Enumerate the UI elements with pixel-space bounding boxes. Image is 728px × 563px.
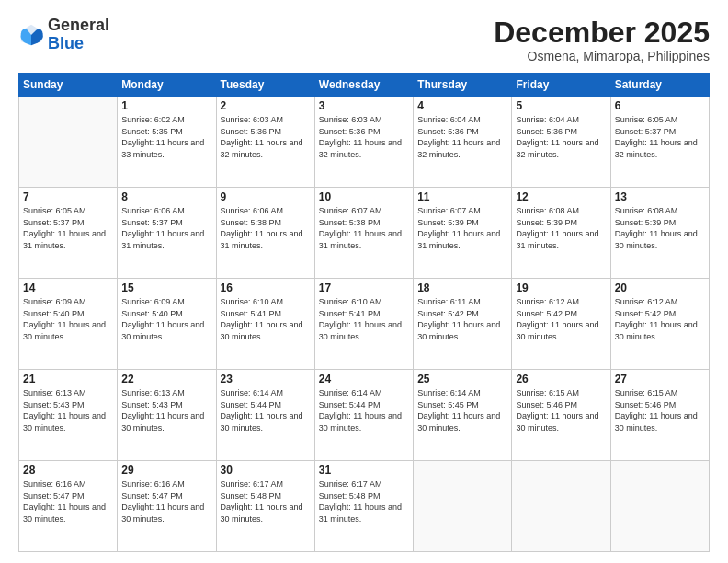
day-info: Sunrise: 6:08 AMSunset: 5:39 PMDaylight:… — [615, 205, 705, 251]
calendar-cell: 17Sunrise: 6:10 AMSunset: 5:41 PMDayligh… — [314, 279, 413, 370]
day-info: Sunrise: 6:15 AMSunset: 5:46 PMDaylight:… — [516, 387, 606, 433]
day-info: Sunrise: 6:13 AMSunset: 5:43 PMDaylight:… — [121, 387, 211, 433]
day-info: Sunrise: 6:15 AMSunset: 5:46 PMDaylight:… — [615, 387, 705, 433]
calendar-cell: 14Sunrise: 6:09 AMSunset: 5:40 PMDayligh… — [19, 279, 118, 370]
day-number: 12 — [516, 190, 606, 203]
calendar-week-row: 1Sunrise: 6:02 AMSunset: 5:35 PMDaylight… — [19, 97, 710, 188]
day-number: 9 — [221, 190, 311, 203]
day-info: Sunrise: 6:16 AMSunset: 5:47 PMDaylight:… — [23, 478, 113, 524]
calendar-cell: 12Sunrise: 6:08 AMSunset: 5:39 PMDayligh… — [512, 188, 610, 279]
day-number: 29 — [121, 464, 211, 477]
day-number: 13 — [615, 190, 705, 203]
day-header-saturday: Saturday — [610, 74, 709, 97]
calendar-cell: 29Sunrise: 6:16 AMSunset: 5:47 PMDayligh… — [118, 461, 216, 552]
calendar-cell: 15Sunrise: 6:09 AMSunset: 5:40 PMDayligh… — [118, 279, 216, 370]
day-info: Sunrise: 6:16 AMSunset: 5:47 PMDaylight:… — [121, 478, 211, 524]
day-number: 22 — [121, 373, 211, 385]
day-number: 31 — [319, 464, 409, 477]
day-header-sunday: Sunday — [19, 74, 118, 97]
day-header-friday: Friday — [512, 74, 610, 97]
calendar-cell: 18Sunrise: 6:11 AMSunset: 5:42 PMDayligh… — [414, 279, 512, 370]
calendar-week-row: 28Sunrise: 6:16 AMSunset: 5:47 PMDayligh… — [19, 461, 710, 552]
calendar-week-row: 14Sunrise: 6:09 AMSunset: 5:40 PMDayligh… — [19, 279, 710, 370]
day-number: 10 — [319, 190, 409, 203]
day-header-thursday: Thursday — [414, 74, 512, 97]
logo: General Blue — [18, 17, 109, 53]
day-number: 26 — [516, 373, 606, 385]
day-info: Sunrise: 6:03 AMSunset: 5:36 PMDaylight:… — [221, 114, 311, 160]
calendar-cell: 20Sunrise: 6:12 AMSunset: 5:42 PMDayligh… — [610, 279, 709, 370]
calendar-cell: 7Sunrise: 6:05 AMSunset: 5:37 PMDaylight… — [19, 188, 118, 279]
day-header-wednesday: Wednesday — [314, 74, 413, 97]
calendar-cell: 10Sunrise: 6:07 AMSunset: 5:38 PMDayligh… — [314, 188, 413, 279]
day-info: Sunrise: 6:09 AMSunset: 5:40 PMDaylight:… — [23, 296, 113, 342]
calendar-cell: 13Sunrise: 6:08 AMSunset: 5:39 PMDayligh… — [610, 188, 709, 279]
day-info: Sunrise: 6:14 AMSunset: 5:45 PMDaylight:… — [417, 387, 507, 433]
day-number: 14 — [23, 282, 113, 294]
day-header-monday: Monday — [118, 74, 216, 97]
header: General Blue December 2025 Osmena, Mimar… — [18, 17, 710, 63]
day-info: Sunrise: 6:07 AMSunset: 5:38 PMDaylight:… — [319, 205, 409, 251]
calendar-cell: 22Sunrise: 6:13 AMSunset: 5:43 PMDayligh… — [118, 370, 216, 461]
day-info: Sunrise: 6:12 AMSunset: 5:42 PMDaylight:… — [516, 296, 606, 342]
day-number: 28 — [23, 464, 113, 477]
calendar-cell: 16Sunrise: 6:10 AMSunset: 5:41 PMDayligh… — [216, 279, 314, 370]
day-number: 8 — [121, 190, 211, 203]
day-number: 15 — [121, 282, 211, 294]
calendar-cell: 4Sunrise: 6:04 AMSunset: 5:36 PMDaylight… — [414, 97, 512, 188]
calendar-cell: 3Sunrise: 6:03 AMSunset: 5:36 PMDaylight… — [314, 97, 413, 188]
day-info: Sunrise: 6:06 AMSunset: 5:38 PMDaylight:… — [221, 205, 311, 251]
calendar-table: SundayMondayTuesdayWednesdayThursdayFrid… — [18, 73, 710, 552]
day-number: 25 — [417, 373, 507, 385]
calendar-cell — [610, 461, 709, 552]
calendar-cell: 31Sunrise: 6:17 AMSunset: 5:48 PMDayligh… — [314, 461, 413, 552]
day-info: Sunrise: 6:17 AMSunset: 5:48 PMDaylight:… — [221, 478, 311, 524]
day-info: Sunrise: 6:17 AMSunset: 5:48 PMDaylight:… — [319, 478, 409, 524]
day-info: Sunrise: 6:05 AMSunset: 5:37 PMDaylight:… — [615, 114, 705, 160]
calendar-cell: 21Sunrise: 6:13 AMSunset: 5:43 PMDayligh… — [19, 370, 118, 461]
calendar-cell: 2Sunrise: 6:03 AMSunset: 5:36 PMDaylight… — [216, 97, 314, 188]
calendar-cell: 5Sunrise: 6:04 AMSunset: 5:36 PMDaylight… — [512, 97, 610, 188]
day-header-tuesday: Tuesday — [216, 74, 314, 97]
calendar-cell: 8Sunrise: 6:06 AMSunset: 5:37 PMDaylight… — [118, 188, 216, 279]
day-number: 4 — [417, 99, 507, 112]
day-info: Sunrise: 6:09 AMSunset: 5:40 PMDaylight:… — [121, 296, 211, 342]
calendar-title: December 2025 — [494, 17, 710, 49]
calendar-cell: 26Sunrise: 6:15 AMSunset: 5:46 PMDayligh… — [512, 370, 610, 461]
calendar-cell: 30Sunrise: 6:17 AMSunset: 5:48 PMDayligh… — [216, 461, 314, 552]
day-info: Sunrise: 6:08 AMSunset: 5:39 PMDaylight:… — [516, 205, 606, 251]
day-number: 3 — [319, 99, 409, 112]
day-number: 7 — [23, 190, 113, 203]
day-info: Sunrise: 6:03 AMSunset: 5:36 PMDaylight:… — [319, 114, 409, 160]
day-number: 27 — [615, 373, 705, 385]
day-number: 20 — [615, 282, 705, 294]
calendar-header-row: SundayMondayTuesdayWednesdayThursdayFrid… — [19, 74, 710, 97]
calendar-week-row: 21Sunrise: 6:13 AMSunset: 5:43 PMDayligh… — [19, 370, 710, 461]
day-number: 24 — [319, 373, 409, 385]
logo-text: General Blue — [48, 17, 109, 53]
day-info: Sunrise: 6:04 AMSunset: 5:36 PMDaylight:… — [516, 114, 606, 160]
calendar-cell: 11Sunrise: 6:07 AMSunset: 5:39 PMDayligh… — [414, 188, 512, 279]
day-info: Sunrise: 6:13 AMSunset: 5:43 PMDaylight:… — [23, 387, 113, 433]
calendar-cell: 6Sunrise: 6:05 AMSunset: 5:37 PMDaylight… — [610, 97, 709, 188]
calendar-subtitle: Osmena, Mimaropa, Philippines — [494, 49, 710, 63]
logo-icon — [18, 22, 44, 48]
calendar-cell: 28Sunrise: 6:16 AMSunset: 5:47 PMDayligh… — [19, 461, 118, 552]
calendar-cell: 1Sunrise: 6:02 AMSunset: 5:35 PMDaylight… — [118, 97, 216, 188]
day-number: 2 — [221, 99, 311, 112]
day-number: 30 — [221, 464, 311, 477]
day-number: 6 — [615, 99, 705, 112]
day-info: Sunrise: 6:07 AMSunset: 5:39 PMDaylight:… — [417, 205, 507, 251]
title-block: December 2025 Osmena, Mimaropa, Philippi… — [494, 17, 710, 63]
calendar-cell — [512, 461, 610, 552]
day-info: Sunrise: 6:06 AMSunset: 5:37 PMDaylight:… — [121, 205, 211, 251]
day-info: Sunrise: 6:14 AMSunset: 5:44 PMDaylight:… — [319, 387, 409, 433]
day-number: 18 — [417, 282, 507, 294]
day-info: Sunrise: 6:05 AMSunset: 5:37 PMDaylight:… — [23, 205, 113, 251]
day-number: 11 — [417, 190, 507, 203]
day-info: Sunrise: 6:04 AMSunset: 5:36 PMDaylight:… — [417, 114, 507, 160]
calendar-week-row: 7Sunrise: 6:05 AMSunset: 5:37 PMDaylight… — [19, 188, 710, 279]
calendar-cell: 25Sunrise: 6:14 AMSunset: 5:45 PMDayligh… — [414, 370, 512, 461]
calendar-cell — [19, 97, 118, 188]
calendar-cell — [414, 461, 512, 552]
